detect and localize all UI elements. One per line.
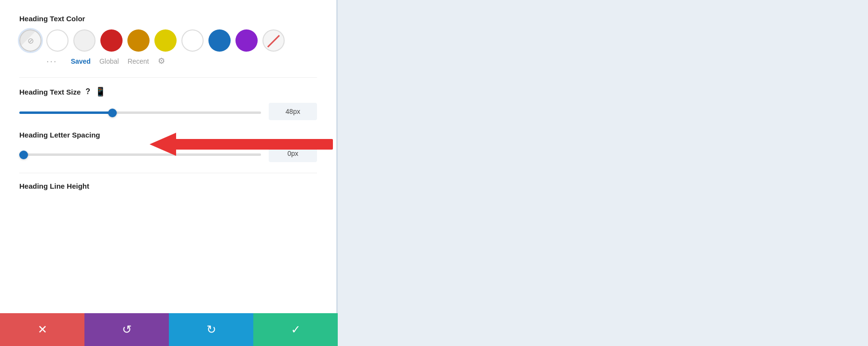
heading-text-size-section: Heading Text Size ? 📱: [19, 86, 317, 120]
color-swatch-red[interactable]: [100, 29, 123, 52]
text-size-value-input[interactable]: [269, 103, 317, 120]
gear-icon[interactable]: ⚙: [158, 56, 165, 66]
settings-panel: Heading Text Color ⊘ ··· Saved Global Re…: [0, 0, 338, 346]
heading-letter-spacing-header: Heading Letter Spacing: [19, 131, 317, 139]
confirm-button[interactable]: ✓: [253, 313, 338, 346]
heading-line-height-section: Heading Line Height: [19, 182, 317, 190]
color-swatch-white2[interactable]: [73, 29, 96, 52]
heading-line-height-label: Heading Line Height: [19, 182, 89, 190]
color-swatch-blue[interactable]: [208, 29, 231, 52]
mobile-device-icon[interactable]: 📱: [95, 86, 106, 97]
heading-text-size-label: Heading Text Size: [19, 88, 81, 96]
color-swatch-none[interactable]: [262, 29, 285, 52]
heading-text-color-section: Heading Text Color ⊘ ··· Saved Global Re…: [19, 14, 317, 67]
color-swatch-white1[interactable]: [46, 29, 69, 52]
heading-line-height-header: Heading Line Height: [19, 182, 317, 190]
tab-recent[interactable]: Recent: [127, 57, 149, 65]
color-swatch-white3[interactable]: [181, 29, 204, 52]
tab-global[interactable]: Global: [99, 57, 119, 65]
undo-icon: ↺: [122, 323, 132, 336]
heading-letter-spacing-section: Heading Letter Spacing: [19, 131, 317, 162]
canvas-area: [338, 0, 868, 346]
letter-spacing-slider-row: [19, 145, 317, 162]
color-swatch-yellow[interactable]: [154, 29, 177, 52]
text-size-slider-row: [19, 103, 317, 120]
letter-spacing-slider-container: [19, 149, 261, 158]
divider-2: [19, 173, 317, 173]
text-size-slider-container: [19, 107, 261, 116]
heading-text-color-label: Heading Text Color: [19, 14, 317, 23]
redo-button[interactable]: ↻: [169, 313, 253, 346]
color-swatches-row: ⊘: [19, 29, 317, 52]
bottom-toolbar: ✕ ↺ ↻ ✓: [0, 313, 338, 346]
color-swatch-orange[interactable]: [127, 29, 150, 52]
color-swatch-purple[interactable]: [235, 29, 258, 52]
color-tabs-row: ··· Saved Global Recent ⚙: [46, 55, 317, 67]
compass-icon: ⊘: [28, 36, 34, 45]
help-icon[interactable]: ?: [85, 87, 90, 96]
cancel-button[interactable]: ✕: [0, 313, 84, 346]
color-swatch-transparent[interactable]: ⊘: [19, 29, 41, 52]
letter-spacing-slider[interactable]: [19, 153, 261, 156]
heading-text-size-header: Heading Text Size ? 📱: [19, 86, 317, 97]
heading-letter-spacing-label: Heading Letter Spacing: [19, 131, 100, 139]
undo-button[interactable]: ↺: [84, 313, 169, 346]
confirm-icon: ✓: [291, 323, 301, 336]
redo-icon: ↻: [207, 323, 216, 336]
text-size-slider[interactable]: [19, 111, 261, 114]
tab-saved[interactable]: Saved: [71, 57, 91, 65]
cancel-icon: ✕: [38, 323, 47, 336]
more-options-dots[interactable]: ···: [46, 55, 57, 67]
divider-1: [19, 77, 317, 78]
letter-spacing-value-input[interactable]: [269, 145, 317, 162]
